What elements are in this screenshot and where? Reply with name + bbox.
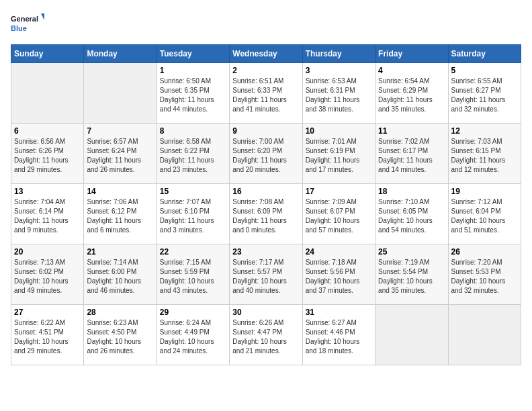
calendar-cell <box>448 305 521 365</box>
day-number: 8 <box>160 126 226 136</box>
day-info: Sunrise: 7:13 AMSunset: 6:02 PMDaylight:… <box>14 258 81 295</box>
svg-text:General: General <box>11 15 38 23</box>
day-number: 18 <box>378 187 445 196</box>
day-info: Sunrise: 6:53 AMSunset: 6:31 PMDaylight:… <box>306 77 372 114</box>
day-number: 7 <box>87 126 153 136</box>
day-info: Sunrise: 7:17 AMSunset: 5:57 PMDaylight:… <box>232 258 299 295</box>
day-info: Sunrise: 6:58 AMSunset: 6:22 PMDaylight:… <box>160 137 226 175</box>
calendar-cell: 17Sunrise: 7:09 AMSunset: 6:07 PMDayligh… <box>302 184 375 244</box>
calendar-cell <box>84 63 157 124</box>
day-number: 26 <box>451 247 518 257</box>
weekday-header: Monday <box>84 45 157 63</box>
weekday-header: Friday <box>375 45 448 63</box>
calendar-cell: 29Sunrise: 6:24 AMSunset: 4:49 PMDayligh… <box>157 305 229 365</box>
day-number: 25 <box>378 247 445 257</box>
calendar-cell: 19Sunrise: 7:12 AMSunset: 6:04 PMDayligh… <box>448 184 521 244</box>
day-info: Sunrise: 7:06 AMSunset: 6:12 PMDaylight:… <box>87 197 153 235</box>
day-number: 4 <box>378 66 445 75</box>
calendar-cell: 6Sunrise: 6:56 AMSunset: 6:26 PMDaylight… <box>11 124 84 184</box>
calendar-cell <box>375 305 448 365</box>
weekday-header: Sunday <box>11 45 84 63</box>
calendar-cell: 12Sunrise: 7:03 AMSunset: 6:15 PMDayligh… <box>448 124 521 184</box>
day-info: Sunrise: 7:15 AMSunset: 5:59 PMDaylight:… <box>160 258 226 295</box>
calendar-cell: 18Sunrise: 7:10 AMSunset: 6:05 PMDayligh… <box>375 184 448 244</box>
calendar-cell: 25Sunrise: 7:19 AMSunset: 5:54 PMDayligh… <box>375 244 448 305</box>
svg-text:Blue: Blue <box>11 24 27 32</box>
calendar-week-row: 13Sunrise: 7:04 AMSunset: 6:14 PMDayligh… <box>11 184 521 244</box>
calendar-cell: 4Sunrise: 6:54 AMSunset: 6:29 PMDaylight… <box>375 63 448 124</box>
calendar-cell: 15Sunrise: 7:07 AMSunset: 6:10 PMDayligh… <box>157 184 229 244</box>
day-info: Sunrise: 7:03 AMSunset: 6:15 PMDaylight:… <box>451 137 518 175</box>
day-number: 17 <box>306 187 372 196</box>
day-number: 5 <box>451 66 518 75</box>
logo: General Blue <box>11 11 44 38</box>
day-info: Sunrise: 6:56 AMSunset: 6:26 PMDaylight:… <box>14 137 81 175</box>
day-number: 6 <box>14 126 81 136</box>
day-number: 30 <box>232 308 299 317</box>
day-number: 19 <box>451 187 518 196</box>
day-number: 2 <box>232 66 299 75</box>
calendar-week-row: 1Sunrise: 6:50 AMSunset: 6:35 PMDaylight… <box>11 63 521 124</box>
calendar-week-row: 27Sunrise: 6:22 AMSunset: 4:51 PMDayligh… <box>11 305 521 365</box>
calendar-cell: 27Sunrise: 6:22 AMSunset: 4:51 PMDayligh… <box>11 305 84 365</box>
day-number: 9 <box>232 126 299 136</box>
day-info: Sunrise: 6:57 AMSunset: 6:24 PMDaylight:… <box>87 137 153 175</box>
calendar-cell <box>11 63 84 124</box>
day-info: Sunrise: 6:55 AMSunset: 6:27 PMDaylight:… <box>451 77 518 114</box>
weekday-header: Wednesday <box>230 45 302 63</box>
day-info: Sunrise: 7:01 AMSunset: 6:19 PMDaylight:… <box>306 137 372 175</box>
day-info: Sunrise: 7:08 AMSunset: 6:09 PMDaylight:… <box>232 197 299 235</box>
day-info: Sunrise: 6:27 AMSunset: 4:46 PMDaylight:… <box>306 318 372 356</box>
weekday-header: Saturday <box>448 45 521 63</box>
calendar-cell: 5Sunrise: 6:55 AMSunset: 6:27 PMDaylight… <box>448 63 521 124</box>
calendar-cell: 24Sunrise: 7:18 AMSunset: 5:56 PMDayligh… <box>302 244 375 305</box>
day-number: 31 <box>306 308 372 317</box>
calendar-cell: 7Sunrise: 6:57 AMSunset: 6:24 PMDaylight… <box>84 124 157 184</box>
day-number: 1 <box>160 66 226 75</box>
day-number: 3 <box>306 66 372 75</box>
calendar-cell: 1Sunrise: 6:50 AMSunset: 6:35 PMDaylight… <box>157 63 229 124</box>
calendar-cell: 9Sunrise: 7:00 AMSunset: 6:20 PMDaylight… <box>230 124 302 184</box>
day-number: 22 <box>160 247 226 257</box>
calendar-cell: 11Sunrise: 7:02 AMSunset: 6:17 PMDayligh… <box>375 124 448 184</box>
page-header: General Blue <box>11 11 521 38</box>
day-number: 16 <box>232 187 299 196</box>
calendar-week-row: 20Sunrise: 7:13 AMSunset: 6:02 PMDayligh… <box>11 244 521 305</box>
day-info: Sunrise: 7:12 AMSunset: 6:04 PMDaylight:… <box>451 197 518 235</box>
day-number: 24 <box>306 247 372 257</box>
day-info: Sunrise: 7:18 AMSunset: 5:56 PMDaylight:… <box>306 258 372 295</box>
calendar-cell: 16Sunrise: 7:08 AMSunset: 6:09 PMDayligh… <box>230 184 302 244</box>
header-row: SundayMondayTuesdayWednesdayThursdayFrid… <box>11 45 521 63</box>
calendar-cell: 3Sunrise: 6:53 AMSunset: 6:31 PMDaylight… <box>302 63 375 124</box>
weekday-header: Thursday <box>302 45 375 63</box>
day-number: 12 <box>451 126 518 136</box>
day-info: Sunrise: 6:23 AMSunset: 4:50 PMDaylight:… <box>87 318 153 356</box>
day-number: 29 <box>160 308 226 317</box>
calendar-cell: 26Sunrise: 7:20 AMSunset: 5:53 PMDayligh… <box>448 244 521 305</box>
day-number: 14 <box>87 187 153 196</box>
weekday-header: Tuesday <box>157 45 229 63</box>
day-info: Sunrise: 6:22 AMSunset: 4:51 PMDaylight:… <box>14 318 81 356</box>
day-number: 10 <box>306 126 372 136</box>
day-number: 23 <box>232 247 299 257</box>
calendar-cell: 14Sunrise: 7:06 AMSunset: 6:12 PMDayligh… <box>84 184 157 244</box>
day-number: 21 <box>87 247 153 257</box>
calendar-cell: 28Sunrise: 6:23 AMSunset: 4:50 PMDayligh… <box>84 305 157 365</box>
day-number: 27 <box>14 308 81 317</box>
day-info: Sunrise: 6:26 AMSunset: 4:47 PMDaylight:… <box>232 318 299 356</box>
day-info: Sunrise: 6:50 AMSunset: 6:35 PMDaylight:… <box>160 77 226 114</box>
calendar-week-row: 6Sunrise: 6:56 AMSunset: 6:26 PMDaylight… <box>11 124 521 184</box>
calendar-cell: 23Sunrise: 7:17 AMSunset: 5:57 PMDayligh… <box>230 244 302 305</box>
day-info: Sunrise: 6:51 AMSunset: 6:33 PMDaylight:… <box>232 77 299 114</box>
day-info: Sunrise: 6:24 AMSunset: 4:49 PMDaylight:… <box>160 318 226 356</box>
calendar-cell: 10Sunrise: 7:01 AMSunset: 6:19 PMDayligh… <box>302 124 375 184</box>
day-info: Sunrise: 7:04 AMSunset: 6:14 PMDaylight:… <box>14 197 81 235</box>
svg-marker-2 <box>41 13 44 23</box>
day-number: 20 <box>14 247 81 257</box>
day-number: 13 <box>14 187 81 196</box>
day-number: 15 <box>160 187 226 196</box>
day-info: Sunrise: 7:19 AMSunset: 5:54 PMDaylight:… <box>378 258 445 295</box>
day-number: 11 <box>378 126 445 136</box>
calendar-cell: 30Sunrise: 6:26 AMSunset: 4:47 PMDayligh… <box>230 305 302 365</box>
calendar-body: 1Sunrise: 6:50 AMSunset: 6:35 PMDaylight… <box>11 63 521 365</box>
